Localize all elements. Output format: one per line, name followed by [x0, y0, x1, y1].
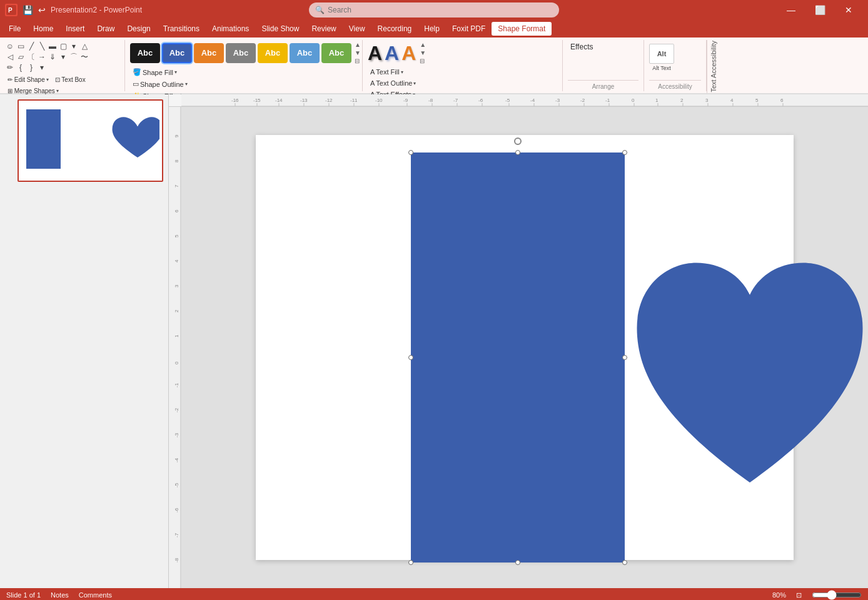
handle-mr[interactable]	[622, 355, 627, 360]
search-input[interactable]	[309, 2, 559, 18]
shape-icon-triangle[interactable]: △	[79, 41, 89, 51]
wordart-a-dark[interactable]: A	[368, 43, 382, 63]
text-outline-button[interactable]: A Text Outline ▾	[368, 78, 418, 88]
menu-insert[interactable]: Insert	[59, 22, 91, 36]
menu-slideshow[interactable]: Slide Show	[255, 22, 305, 36]
blue-rectangle-shape[interactable]	[411, 152, 625, 562]
shape-icon-pen[interactable]: ✏	[5, 62, 15, 72]
swatch-orange[interactable]: Abc	[194, 43, 224, 63]
shape-icon-line[interactable]: ╱	[26, 41, 36, 51]
svg-text:-14: -14	[275, 98, 283, 103]
swatch-gray[interactable]: Abc	[226, 43, 256, 63]
shapes-more2[interactable]: ▾	[58, 52, 68, 62]
shape-icon-freeform[interactable]: 〜	[79, 52, 89, 62]
shape-icon-rtri[interactable]: ◁	[5, 52, 15, 62]
menu-help[interactable]: Help	[418, 22, 446, 36]
swatch-black[interactable]: Abc	[130, 43, 160, 63]
menu-animations[interactable]: Animations	[206, 22, 255, 36]
text-box-button[interactable]: ⊡ Text Box	[53, 75, 88, 84]
svg-text:2: 2	[174, 309, 179, 312]
shape-icon-square[interactable]: ▭	[16, 41, 26, 51]
handle-br[interactable]	[622, 560, 627, 565]
notes-button[interactable]: Notes	[51, 591, 69, 599]
shape-outline-button[interactable]: ▭ Shape Outline ▾	[130, 79, 191, 89]
swatches-scroll-down[interactable]: ▼	[355, 49, 361, 56]
quick-access-undo[interactable]: ↩	[38, 5, 46, 15]
swatches-scroll-up[interactable]: ▲	[355, 41, 361, 48]
svg-text:-1: -1	[174, 382, 179, 388]
text-accessibility-section: Text Accessibility	[707, 40, 720, 93]
menu-view[interactable]: View	[343, 22, 371, 36]
shapes-more[interactable]: ▾	[69, 41, 79, 51]
wordart-a-orange[interactable]: A	[401, 43, 416, 63]
rotate-handle[interactable]	[514, 138, 522, 145]
minimize-button[interactable]: —	[777, 0, 805, 20]
heart-shape[interactable]	[631, 204, 868, 548]
slide-thumbnail[interactable]	[18, 99, 163, 182]
svg-rect-50	[169, 107, 181, 588]
slide-info: Slide 1 of 1	[6, 591, 41, 599]
svg-text:-6: -6	[478, 98, 483, 103]
shape-icon-bracket[interactable]: 〔	[26, 52, 36, 62]
menu-recording[interactable]: Recording	[371, 22, 418, 36]
close-button[interactable]: ✕	[834, 0, 863, 20]
wordart-scroll-up[interactable]: ▲	[420, 41, 426, 48]
svg-text:-3: -3	[555, 98, 560, 103]
shape-icon-brace[interactable]: {	[16, 62, 26, 72]
wordart-a-blue[interactable]: A	[385, 43, 399, 63]
svg-text:0: 0	[174, 361, 179, 364]
svg-text:-7: -7	[174, 532, 179, 538]
alt-text-button[interactable]: Alt Alt Text	[649, 44, 674, 71]
swatch-green[interactable]: Abc	[321, 43, 351, 63]
shape-icon-arrow[interactable]: →	[37, 52, 47, 62]
swatch-yellow[interactable]: Abc	[258, 43, 288, 63]
handle-tm[interactable]	[515, 150, 520, 155]
shape-icon-darrow[interactable]: ⇓	[48, 52, 58, 62]
status-bar: Slide 1 of 1 Notes Comments 80% ⊡	[0, 588, 868, 600]
svg-text:-2: -2	[580, 98, 585, 103]
handle-tl[interactable]	[408, 150, 413, 155]
shape-icon-rounded-rect[interactable]: ▢	[58, 41, 68, 51]
shape-fill-button[interactable]: 🪣 Shape Fill ▾	[130, 67, 191, 78]
svg-text:-5: -5	[505, 98, 510, 103]
shape-icon-curve[interactable]: ⌒	[69, 52, 79, 62]
menu-home[interactable]: Home	[27, 22, 59, 36]
edit-shape-button[interactable]: ✏ Edit Shape ▾	[5, 75, 51, 84]
menu-transitions[interactable]: Transitions	[157, 22, 206, 36]
menu-draw[interactable]: Draw	[91, 22, 121, 36]
handle-tr[interactable]	[622, 150, 627, 155]
slide-canvas	[181, 107, 868, 588]
swatches-expand[interactable]: ⊟	[355, 58, 361, 64]
swatch-lightblue[interactable]: Abc	[290, 43, 320, 63]
comments-button[interactable]: Comments	[79, 591, 112, 599]
shape-icon-brace2[interactable]: }	[26, 62, 36, 72]
effects-label-btn[interactable]: Effects	[568, 41, 595, 52]
slide-white[interactable]	[256, 135, 794, 560]
wordart-scroll-down[interactable]: ▼	[420, 49, 426, 56]
quick-access-save[interactable]: 💾	[23, 5, 33, 15]
search-bar: 🔍	[309, 2, 559, 18]
menu-design[interactable]: Design	[121, 22, 156, 36]
shapes-more3[interactable]: ▾	[37, 62, 47, 72]
menu-shape-format[interactable]: Shape Format	[492, 22, 552, 36]
text-fill-button[interactable]: A Text Fill ▾	[368, 67, 418, 77]
menu-file[interactable]: File	[3, 22, 27, 36]
zoom-fit-button[interactable]: ⊡	[796, 591, 802, 599]
svg-text:-8: -8	[428, 98, 433, 103]
handle-ml[interactable]	[408, 355, 413, 360]
shape-icon-para[interactable]: ▱	[16, 52, 26, 62]
svg-text:-5: -5	[174, 482, 179, 488]
title-text: Presentation2 - PowerPoint	[51, 6, 142, 14]
handle-bl[interactable]	[408, 560, 413, 565]
swatch-blue[interactable]: Abc	[162, 43, 192, 63]
shape-icon-line2[interactable]: ╲	[37, 41, 47, 51]
menu-review[interactable]: Review	[305, 22, 342, 36]
shape-icon-rect[interactable]: ▬	[48, 41, 58, 51]
wordart-expand[interactable]: ⊟	[420, 58, 426, 64]
zoom-slider[interactable]	[812, 591, 862, 599]
maximize-button[interactable]: ⬜	[805, 0, 834, 20]
shape-icon-smiley[interactable]: ☺	[5, 41, 15, 51]
menu-foxit[interactable]: Foxit PDF	[446, 22, 492, 36]
svg-text:-1: -1	[605, 98, 610, 103]
handle-bm[interactable]	[515, 560, 520, 565]
